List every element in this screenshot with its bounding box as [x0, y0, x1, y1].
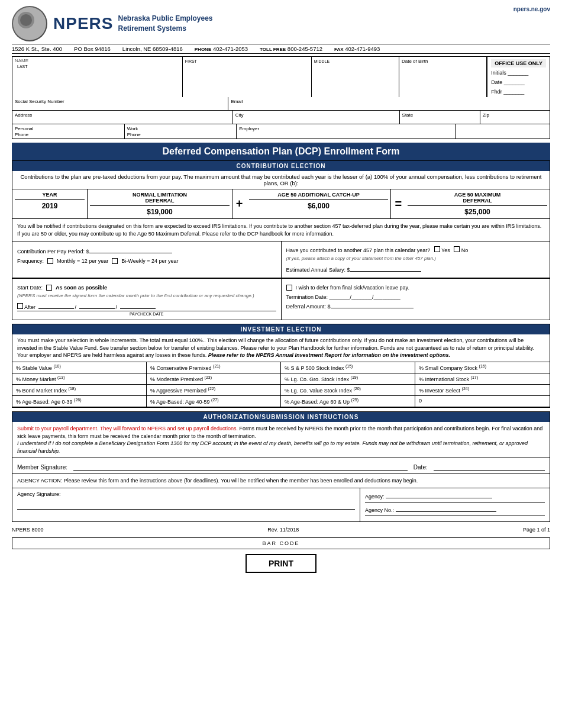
max-col: AGE 50 MAXIMUM DEFERRAL $25,000	[405, 189, 550, 218]
estimated-salary: Estimated Annual Salary: $	[286, 265, 545, 273]
age50-col: AGE 50 ADDITIONAL CATCH-UP $6,000	[247, 189, 392, 218]
yes-checkbox[interactable]	[434, 246, 440, 252]
dob-cell: Date of Birth	[399, 57, 487, 97]
another-457: Have you contributed to another 457 plan…	[286, 246, 545, 253]
investment-intro: You must make your selection in whole in…	[12, 334, 550, 362]
asap-checkbox[interactable]	[46, 285, 52, 291]
agency-right: Agency: Agency No.:	[360, 488, 550, 521]
normal-col: NORMAL LIMITATION DEFERRAL $19,000	[88, 189, 232, 218]
form-title: Deferred Compensation Plan (DCP) Enrollm…	[12, 143, 550, 160]
contribution-section: CONTRIBUTION ELECTION Contributions to t…	[12, 160, 550, 320]
info-row-name: Name LAST FIRST MIDDLE Date of Birth OFF…	[12, 57, 550, 97]
invest-cell: % Small Company Stock (16)	[415, 362, 550, 373]
address-cell: Address	[12, 111, 233, 124]
ssn-cell: Social Security Number	[12, 97, 228, 110]
defer-sick-checkbox[interactable]	[286, 285, 292, 291]
member-sig-field[interactable]	[73, 461, 408, 471]
invest-cell: % Investor Select (24)	[415, 385, 550, 396]
invest-cell: % International Stock (17)	[415, 373, 550, 385]
start-date-left: Start Date: As soon as possible (NPERS m…	[12, 278, 282, 320]
year-col: YEAR 2019	[12, 189, 88, 218]
monthly-checkbox[interactable]	[47, 258, 53, 264]
form-number: NPERS 8000	[12, 527, 44, 533]
page-header: NPERS Nebraska Public Employees Retireme…	[12, 6, 550, 41]
start-date-right: I wish to defer from final sick/vacation…	[282, 278, 550, 320]
after-checkbox[interactable]	[17, 303, 23, 309]
invest-cell: % Age-Based: Age 0-39 (26)	[12, 396, 147, 407]
info-row-phone: PersonalPhone WorkPhone Employer	[12, 124, 550, 138]
biweekly-checkbox[interactable]	[112, 258, 118, 264]
invest-cell: % Bond Market Index (18)	[12, 385, 147, 396]
barcode-section: BAR CODE	[12, 537, 550, 549]
invest-cell: % Money Market (13)	[12, 373, 147, 385]
invest-cell: % S & P 500 Stock Index (15)	[281, 362, 415, 373]
date-field[interactable]	[434, 461, 545, 471]
agency-bottom: Agency Signature: Agency: Agency No.:	[12, 488, 550, 521]
logo-area: NPERS Nebraska Public Employees Retireme…	[12, 6, 213, 41]
first-cell: FIRST	[183, 57, 312, 97]
termination-date: Termination Date: _______/_______/______…	[286, 294, 545, 300]
contribution-per-pay: Contribution Per Pay Period: $	[17, 246, 276, 255]
invest-cell: % Lg. Co. Gro. Stock Index (19)	[281, 373, 415, 385]
personal-info-grid: Name LAST FIRST MIDDLE Date of Birth OFF…	[12, 56, 550, 139]
org-full-name: Nebraska Public Employees Retirement Sys…	[118, 14, 212, 34]
print-button[interactable]: PRINT	[246, 554, 316, 573]
address-bar: 1526 K St., Ste. 400 PO Box 94816 Lincol…	[12, 44, 550, 54]
toll-free: TOLL FREE 800-245-5712	[260, 46, 322, 52]
member-sig-label: Member Signature:	[17, 464, 67, 471]
invest-cell: 0	[415, 396, 550, 407]
fhdr-line: Fhdr _______	[491, 89, 546, 95]
no-checkbox[interactable]	[454, 246, 460, 252]
investment-table: % Stable Value (10)% Conservative Premix…	[12, 362, 550, 407]
auth-header: AUTHORIZATION/SUBMISSION INSTRUCTIONS	[12, 412, 550, 422]
agency-sig-left: Agency Signature:	[12, 488, 360, 521]
state-cell: State	[400, 111, 480, 124]
plus-sign: +	[232, 189, 247, 218]
po-box: PO Box 94816	[74, 46, 111, 52]
deferral-amount: Deferral Amount: $	[286, 304, 545, 310]
investment-header: INVESTMENT ELECTION	[12, 324, 550, 334]
middle-cell: MIDDLE	[312, 57, 399, 97]
investment-section: INVESTMENT ELECTION You must make your s…	[12, 324, 550, 408]
auth-section: AUTHORIZATION/SUBMISSION INSTRUCTIONS Su…	[12, 411, 550, 522]
email-cell: Email	[228, 97, 550, 110]
agency-name-row: Agency:	[365, 491, 545, 502]
contribution-intro: Contributions to the plan are pre-taxed …	[12, 171, 550, 189]
employer-cell: Employer	[237, 124, 456, 138]
invest-cell: % Stable Value (10)	[12, 362, 147, 373]
personal-phone-cell: PersonalPhone	[12, 124, 125, 138]
fax: FAX 402-471-9493	[334, 46, 380, 52]
election-right: Have you contributed to another 457 plan…	[282, 241, 550, 278]
zip-cell: Zip	[480, 111, 550, 124]
phone-filler	[456, 124, 550, 138]
invest-cell: % Conservative Premixed (21)	[147, 362, 281, 373]
member-sig-row: Member Signature: Date:	[12, 458, 550, 473]
date-line: Date _______	[491, 79, 546, 85]
city-state-zip: Lincoln, NE 68509-4816	[122, 46, 183, 52]
457-note: (If yes, please attach a copy of your st…	[286, 256, 545, 261]
footer: NPERS 8000 Rev. 11/2018 Page 1 of 1	[12, 526, 550, 534]
invest-cell: % Moderate Premixed (23)	[147, 373, 281, 385]
page-number: Page 1 of 1	[523, 527, 550, 533]
asap-note: (NPERS must receive the signed form the …	[17, 293, 276, 298]
svg-point-2	[20, 14, 32, 26]
org-title: NPERS Nebraska Public Employees Retireme…	[53, 14, 213, 34]
street-address: 1526 K St., Ste. 400	[12, 46, 62, 52]
irs-notice: You will be notified if contributions de…	[12, 219, 550, 241]
election-left: Contribution Per Pay Period: $ Frequency…	[12, 241, 282, 278]
info-row-address: Address City State Zip	[12, 111, 550, 124]
npers-acronym: NPERS	[53, 14, 113, 33]
website-display: npers.ne.gov	[513, 6, 550, 12]
invest-cell: % Age-Based: Age 60 & Up (25)	[281, 396, 415, 407]
contribution-header: CONTRIBUTION ELECTION	[12, 161, 550, 171]
defer-sick-row: I wish to defer from final sick/vacation…	[286, 285, 545, 291]
name-cell: Name LAST	[12, 57, 183, 97]
invest-cell: % Aggressive Premixed (22)	[147, 385, 281, 396]
auth-text: Submit to your payroll department. They …	[12, 422, 550, 458]
invest-cell: % Age-Based: Age 40-59 (27)	[147, 396, 281, 407]
info-row-ssn: Social Security Number Email	[12, 97, 550, 111]
initials-line: Initials _______	[491, 70, 546, 76]
equals-sign: =	[391, 189, 405, 218]
year-table: YEAR 2019 NORMAL LIMITATION DEFERRAL $19…	[12, 189, 550, 219]
date-label: Date:	[414, 464, 428, 471]
